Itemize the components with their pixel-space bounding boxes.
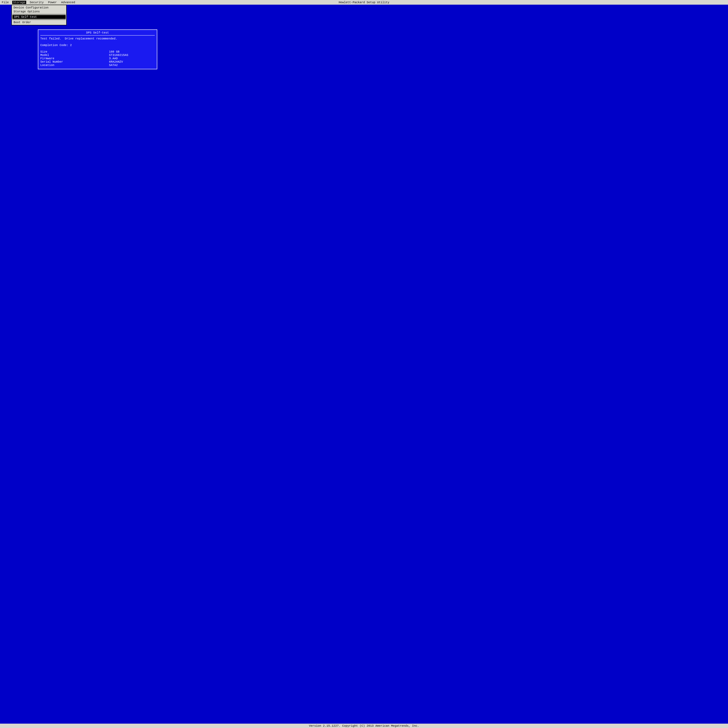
row-size: Size 160 GB	[40, 50, 155, 54]
label-firmware: Firmware	[40, 57, 103, 60]
menu-security[interactable]: Security	[29, 1, 44, 4]
dropdown-storage-options[interactable]: Storage Options	[12, 10, 66, 14]
dropdown-separator	[12, 14, 66, 14]
dps-dialog: DPS Self-test Test failed. Drive replace…	[38, 29, 157, 69]
row-location: Location SATA2	[40, 63, 155, 67]
menu-file[interactable]: File	[1, 1, 10, 4]
menu-items: File Storage Security Power Advanced	[1, 1, 76, 4]
menu-storage[interactable]: Storage	[12, 1, 26, 4]
menubar: Hewlett-Packard Setup Utility File Stora…	[0, 0, 728, 5]
dialog-title: DPS Self-test	[40, 31, 155, 35]
setup-title: Hewlett-Packard Setup Utility	[0, 1, 728, 4]
main-area: Device Configuration Storage Options DPS…	[0, 5, 728, 723]
bios-screen: Hewlett-Packard Setup Utility File Stora…	[0, 0, 728, 728]
dialog-message: Test failed. Drive replacement recommend…	[40, 37, 155, 40]
dropdown-dps-self-test[interactable]: DPS Self-test	[12, 15, 66, 19]
label-model: Model	[40, 54, 103, 57]
dropdown-separator	[12, 20, 66, 20]
row-firmware: Firmware 3.AAD	[40, 57, 155, 60]
dialog-body: Test failed. Drive replacement recommend…	[40, 37, 155, 67]
value-serial: 6RA2ANZV	[109, 60, 155, 63]
label-serial: Serial Number	[40, 60, 103, 63]
value-model: ST3160215AS	[109, 54, 155, 57]
footer-text: Version 2.15.1227. Copyright (C) 2013 Am…	[309, 724, 419, 728]
value-location: SATA2	[109, 63, 155, 67]
value-firmware: 3.AAD	[109, 57, 155, 60]
footer: Version 2.15.1227. Copyright (C) 2013 Am…	[0, 723, 728, 728]
menu-advanced[interactable]: Advanced	[60, 1, 76, 4]
label-location: Location	[40, 63, 103, 67]
row-model: Model ST3160215AS	[40, 54, 155, 57]
value-size: 160 GB	[109, 50, 155, 54]
row-serial: Serial Number 6RA2ANZV	[40, 60, 155, 63]
label-size: Size	[40, 50, 103, 54]
dropdown-device-configuration[interactable]: Device Configuration	[12, 6, 66, 10]
dropdown-boot-order[interactable]: Boot Order	[12, 20, 66, 24]
menu-power[interactable]: Power	[47, 1, 58, 4]
storage-dropdown: Device Configuration Storage Options DPS…	[11, 5, 67, 25]
completion-code: Completion Code: 2	[40, 44, 155, 47]
